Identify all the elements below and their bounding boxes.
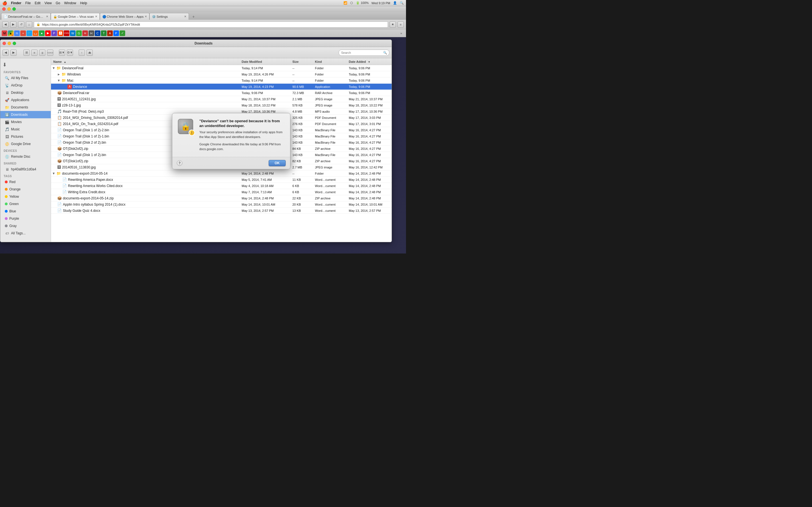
sidebar-item-remote-disc[interactable]: 💿 Remote Disc bbox=[0, 153, 51, 160]
table-row[interactable]: ▶ 📁 Windows May 19, 2014, 4:26 PM -- Fol… bbox=[51, 71, 392, 77]
table-row[interactable]: 📄 Writing Extra Credit.docx May 7, 2014,… bbox=[51, 189, 392, 195]
table-row[interactable]: 📄 Study Guide Quiz 4.docx May 13, 2014, … bbox=[51, 208, 392, 214]
table-row[interactable]: 📦 DevianceFinal.rar Today, 9:06 PM 72.3 … bbox=[51, 90, 392, 96]
disclosure-triangle[interactable]: ▶ bbox=[52, 172, 55, 174]
window-maximize[interactable] bbox=[12, 7, 16, 11]
sidebar-item-pictures[interactable]: 🖼 Pictures bbox=[0, 133, 51, 140]
col-header-size[interactable]: Size bbox=[290, 60, 313, 63]
chrome-menu-button[interactable]: ≡ bbox=[398, 21, 404, 27]
back-button[interactable]: ◀ bbox=[2, 21, 8, 27]
ext-cnn[interactable]: CNN bbox=[64, 31, 69, 36]
finder-forward[interactable]: ▶ bbox=[10, 50, 17, 56]
sidebar-item-google-drive[interactable]: 📀 Google Drive bbox=[0, 140, 51, 148]
tab-close-gdrive[interactable]: ✕ bbox=[95, 15, 97, 18]
sidebar-tag-orange[interactable]: Orange bbox=[0, 186, 51, 193]
table-row[interactable]: 🖼 z28-13-1.jpg May 18, 2014, 10:22 PM 57… bbox=[51, 102, 392, 108]
finder-search-input[interactable] bbox=[339, 50, 389, 56]
forward-button[interactable]: ▶ bbox=[10, 21, 16, 27]
tab-webstore[interactable]: 🔵 Chrome Web Store – Apps ✕ bbox=[100, 13, 150, 20]
menu-help[interactable]: Help bbox=[80, 1, 87, 5]
sidebar-item-all-my-files[interactable]: 🔍 All My Files bbox=[0, 74, 51, 82]
table-row[interactable]: 📄 Rewriting America Paper.docx May 5, 20… bbox=[51, 177, 392, 183]
finder-view-coverflow[interactable]: ▭▭ bbox=[47, 50, 53, 56]
ext-youtube[interactable]: ▶ bbox=[45, 31, 51, 36]
menubar-user[interactable]: 👤 bbox=[393, 1, 397, 5]
finder-action[interactable]: ⚙▼ bbox=[67, 50, 73, 56]
table-row[interactable]: 📦 documents-export-2014-05-14.zip May 14… bbox=[51, 195, 392, 202]
ext-twitter[interactable]: 🐦 bbox=[27, 31, 32, 36]
sidebar-item-music[interactable]: 🎵 Music bbox=[0, 126, 51, 133]
home-button[interactable]: ⌂ bbox=[26, 21, 32, 27]
sidebar-item-documents[interactable]: 📁 Documents bbox=[0, 104, 51, 111]
finder-view-icon[interactable]: ⊞ bbox=[23, 50, 30, 56]
url-bar[interactable]: 🔒 https://docs.google.com/file/d/0BxyKNR… bbox=[34, 21, 388, 27]
sidebar-tag-purple[interactable]: Purple bbox=[0, 215, 51, 222]
sidebar-item-applications[interactable]: 🚀 Applications bbox=[0, 96, 51, 104]
menu-finder[interactable]: Finder bbox=[11, 1, 21, 5]
window-close[interactable] bbox=[2, 7, 6, 11]
ext-icon10[interactable]: 🅰 bbox=[57, 31, 63, 36]
table-row[interactable]: 📄 Applin Intro syllabus Spring 2014 (1).… bbox=[51, 202, 392, 208]
disclosure-triangle[interactable]: ▶ bbox=[57, 79, 60, 81]
table-row[interactable]: ▶ 📁 DevianceFinal Today, 9:14 PM -- Fold… bbox=[51, 65, 392, 71]
ext-icon19[interactable]: P bbox=[113, 31, 119, 36]
tab-close-settings[interactable]: ✕ bbox=[184, 15, 186, 18]
finder-arrange[interactable]: ⊞▼ bbox=[59, 50, 65, 56]
menubar-wifi[interactable]: 📶 bbox=[343, 1, 347, 5]
ext-plus[interactable]: + bbox=[20, 31, 26, 36]
tab-close-webstore[interactable]: ✕ bbox=[145, 15, 147, 18]
dialog-help-button[interactable]: ? bbox=[177, 160, 183, 166]
bookmark-button[interactable]: ★ bbox=[390, 21, 396, 27]
col-header-name[interactable]: Name ▲ bbox=[51, 60, 239, 63]
sidebar-dropdown-icon[interactable]: ⬇ bbox=[0, 61, 51, 69]
ext-icon16[interactable]: C bbox=[95, 31, 100, 36]
window-minimize[interactable] bbox=[7, 7, 11, 11]
finder-view-list[interactable]: ≡ bbox=[31, 50, 38, 56]
col-header-date[interactable]: Date Modified bbox=[239, 60, 290, 63]
sidebar-tag-red[interactable]: Red bbox=[0, 178, 51, 186]
sidebar-all-tags[interactable]: 🏷 All Tags... bbox=[0, 230, 51, 237]
sidebar-tag-yellow[interactable]: Yellow bbox=[0, 193, 51, 200]
ext-icon20[interactable]: ✓ bbox=[119, 31, 125, 36]
ext-icon9[interactable]: P bbox=[51, 31, 57, 36]
finder-back[interactable]: ◀ bbox=[3, 50, 9, 56]
finder-close[interactable] bbox=[3, 42, 6, 45]
menubar-search[interactable]: 🔍 bbox=[400, 1, 404, 5]
table-row[interactable]: ▶ 📁 documents-export-2014-05-14 May 14, … bbox=[51, 170, 392, 177]
tab-settings[interactable]: ⚙️ Settings ✕ bbox=[149, 13, 189, 20]
sidebar-tag-gray[interactable]: Gray bbox=[0, 222, 51, 230]
extensions-overflow[interactable]: » bbox=[398, 32, 404, 35]
ext-icon18[interactable]: A bbox=[107, 31, 113, 36]
ext-icon12[interactable]: W bbox=[70, 31, 75, 36]
ext-icon13[interactable]: G bbox=[76, 31, 82, 36]
table-row[interactable]: ▶ 📁 Mac Today, 9:14 PM -- Folder Today, … bbox=[51, 77, 392, 83]
sidebar-item-hp40[interactable]: 🖥 hp40a8f0c1d0a4 bbox=[0, 166, 51, 173]
finder-share[interactable]: ↑ bbox=[79, 50, 85, 56]
sidebar-item-desktop[interactable]: 🖥 Desktop bbox=[0, 89, 51, 96]
ext-gmail[interactable]: M bbox=[2, 31, 7, 36]
new-tab-button[interactable]: + bbox=[190, 13, 197, 20]
menu-view[interactable]: View bbox=[45, 1, 52, 5]
sidebar-item-movies[interactable]: 🎬 Movies bbox=[0, 118, 51, 126]
sidebar-tag-green[interactable]: Green bbox=[0, 200, 51, 208]
ext-firefox[interactable]: 🦊 bbox=[33, 31, 38, 36]
menubar-bluetooth[interactable]: ⬡ bbox=[350, 1, 353, 5]
menu-file[interactable]: File bbox=[26, 1, 31, 5]
menubar-battery[interactable]: 🔋 100% bbox=[356, 1, 368, 5]
apple-menu[interactable]: 🍎 bbox=[2, 1, 7, 5]
reload-button[interactable]: ↺ bbox=[18, 21, 24, 27]
table-row[interactable]: 🖼 20140521_122431.jpg May 21, 2014, 10:3… bbox=[51, 96, 392, 102]
menu-go[interactable]: Go bbox=[56, 1, 60, 5]
ext-mcafee[interactable]: M bbox=[82, 31, 88, 36]
finder-minimize[interactable] bbox=[8, 42, 11, 45]
ext-icon7[interactable]: ● bbox=[39, 31, 45, 36]
table-row[interactable]: 📄 Rewriting America Works Cited.docx May… bbox=[51, 183, 392, 189]
table-row[interactable]: A Deviance May 19, 2014, 4:23 PM 90.6 MB… bbox=[51, 83, 392, 90]
finder-eject[interactable]: ⏏ bbox=[87, 50, 93, 56]
tab-deviance[interactable]: 📄 DevianceFinal.rar – Googl... ✕ bbox=[1, 13, 51, 20]
menu-window[interactable]: Window bbox=[64, 1, 77, 5]
ext-calendar[interactable]: 31 bbox=[14, 31, 20, 36]
col-header-kind[interactable]: Kind bbox=[313, 60, 347, 63]
tab-gdrive[interactable]: 🔒 Google Drive – Virus scan ✕ bbox=[51, 13, 100, 20]
disclosure-triangle[interactable]: ▶ bbox=[52, 67, 55, 69]
